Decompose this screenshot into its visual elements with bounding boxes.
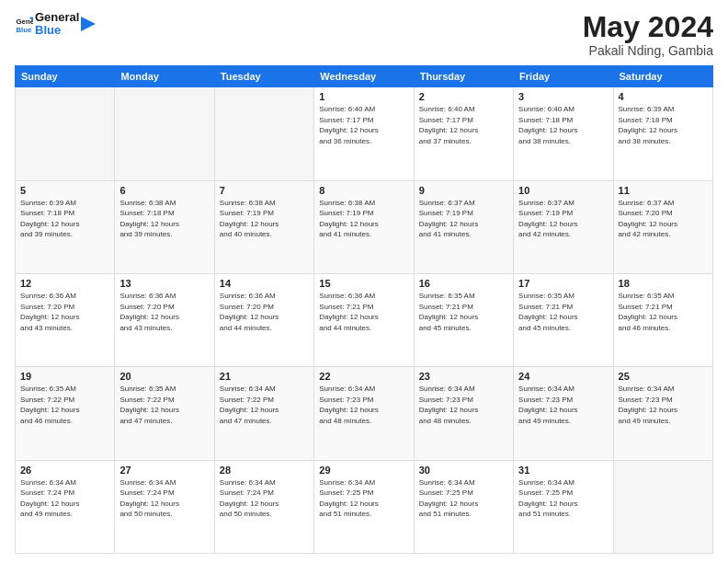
page: General Blue General Blue May 2024 Pakal… [0,0,728,563]
day-info: Sunrise: 6:40 AM Sunset: 7:18 PM Dayligh… [518,104,608,146]
day-info: Sunrise: 6:38 AM Sunset: 7:19 PM Dayligh… [220,198,309,240]
calendar-cell: 26Sunrise: 6:34 AM Sunset: 7:24 PM Dayli… [16,460,115,553]
day-number: 21 [220,371,309,382]
calendar-cell: 29Sunrise: 6:34 AM Sunset: 7:25 PM Dayli… [314,460,414,553]
calendar-week-2: 5Sunrise: 6:39 AM Sunset: 7:18 PM Daylig… [16,180,713,273]
day-info: Sunrise: 6:36 AM Sunset: 7:21 PM Dayligh… [319,291,408,333]
calendar-cell: 2Sunrise: 6:40 AM Sunset: 7:17 PM Daylig… [414,87,513,180]
calendar-cell [613,460,712,553]
calendar-cell: 14Sunrise: 6:36 AM Sunset: 7:20 PM Dayli… [214,273,313,366]
day-number: 14 [220,278,309,289]
calendar-cell: 9Sunrise: 6:37 AM Sunset: 7:19 PM Daylig… [414,180,513,273]
calendar-week-3: 12Sunrise: 6:36 AM Sunset: 7:20 PM Dayli… [16,273,713,366]
day-number: 2 [419,91,508,102]
day-info: Sunrise: 6:34 AM Sunset: 7:24 PM Dayligh… [20,477,109,520]
calendar-cell: 3Sunrise: 6:40 AM Sunset: 7:18 PM Daylig… [514,87,613,180]
weekday-header-row: SundayMondayTuesdayWednesdayThursdayFrid… [16,66,713,87]
day-number: 18 [619,278,708,289]
day-info: Sunrise: 6:34 AM Sunset: 7:25 PM Dayligh… [419,477,508,520]
day-number: 15 [319,278,408,289]
calendar-cell: 15Sunrise: 6:36 AM Sunset: 7:21 PM Dayli… [314,273,414,366]
weekday-header-sunday: Sunday [16,66,115,87]
logo-text-general: General [35,11,79,24]
day-number: 27 [119,465,209,476]
calendar-cell: 5Sunrise: 6:39 AM Sunset: 7:18 PM Daylig… [16,180,115,273]
day-number: 31 [518,465,608,476]
calendar-table: SundayMondayTuesdayWednesdayThursdayFrid… [15,65,713,554]
calendar-cell: 20Sunrise: 6:35 AM Sunset: 7:22 PM Dayli… [115,367,214,460]
calendar-week-4: 19Sunrise: 6:35 AM Sunset: 7:22 PM Dayli… [16,367,713,460]
calendar-cell: 31Sunrise: 6:34 AM Sunset: 7:25 PM Dayli… [514,460,613,553]
day-number: 7 [220,185,309,196]
calendar-cell: 10Sunrise: 6:37 AM Sunset: 7:19 PM Dayli… [514,180,613,273]
day-number: 9 [419,185,508,196]
calendar-cell: 6Sunrise: 6:38 AM Sunset: 7:18 PM Daylig… [115,180,214,273]
weekday-header-friday: Friday [514,66,613,87]
calendar-cell: 19Sunrise: 6:35 AM Sunset: 7:22 PM Dayli… [16,367,115,460]
day-info: Sunrise: 6:36 AM Sunset: 7:20 PM Dayligh… [20,291,109,333]
day-number: 3 [518,91,608,102]
calendar-week-5: 26Sunrise: 6:34 AM Sunset: 7:24 PM Dayli… [16,460,713,553]
weekday-header-monday: Monday [115,66,214,87]
svg-marker-3 [81,17,96,31]
calendar-cell: 12Sunrise: 6:36 AM Sunset: 7:20 PM Dayli… [16,273,115,366]
day-number: 30 [419,465,508,476]
title-block: May 2024 Pakali Nding, Gambia [583,11,713,58]
day-info: Sunrise: 6:35 AM Sunset: 7:21 PM Dayligh… [518,291,608,333]
day-number: 26 [20,465,109,476]
day-info: Sunrise: 6:34 AM Sunset: 7:25 PM Dayligh… [319,477,408,520]
day-info: Sunrise: 6:39 AM Sunset: 7:18 PM Dayligh… [20,198,109,240]
day-info: Sunrise: 6:40 AM Sunset: 7:17 PM Dayligh… [419,104,508,146]
calendar-cell: 30Sunrise: 6:34 AM Sunset: 7:25 PM Dayli… [414,460,513,553]
calendar-cell: 17Sunrise: 6:35 AM Sunset: 7:21 PM Dayli… [514,273,613,366]
calendar-cell: 28Sunrise: 6:34 AM Sunset: 7:24 PM Dayli… [214,460,313,553]
calendar-cell: 21Sunrise: 6:34 AM Sunset: 7:22 PM Dayli… [214,367,313,460]
weekday-header-wednesday: Wednesday [314,66,414,87]
calendar-cell: 7Sunrise: 6:38 AM Sunset: 7:19 PM Daylig… [214,180,313,273]
logo-arrow-icon [81,17,96,31]
day-info: Sunrise: 6:34 AM Sunset: 7:25 PM Dayligh… [518,477,608,520]
day-info: Sunrise: 6:38 AM Sunset: 7:18 PM Dayligh… [119,198,209,240]
calendar-cell: 11Sunrise: 6:37 AM Sunset: 7:20 PM Dayli… [613,180,712,273]
calendar-cell: 18Sunrise: 6:35 AM Sunset: 7:21 PM Dayli… [613,273,712,366]
day-info: Sunrise: 6:36 AM Sunset: 7:20 PM Dayligh… [220,291,309,333]
calendar-cell [16,87,115,180]
day-info: Sunrise: 6:34 AM Sunset: 7:23 PM Dayligh… [319,384,408,426]
calendar-cell: 4Sunrise: 6:39 AM Sunset: 7:18 PM Daylig… [613,87,712,180]
day-info: Sunrise: 6:35 AM Sunset: 7:22 PM Dayligh… [20,384,109,426]
day-number: 20 [119,371,209,382]
day-info: Sunrise: 6:34 AM Sunset: 7:24 PM Dayligh… [119,477,209,520]
calendar-cell: 16Sunrise: 6:35 AM Sunset: 7:21 PM Dayli… [414,273,513,366]
day-info: Sunrise: 6:34 AM Sunset: 7:23 PM Dayligh… [419,384,508,426]
logo-icon: General Blue [15,15,33,33]
day-info: Sunrise: 6:36 AM Sunset: 7:20 PM Dayligh… [119,291,209,333]
day-number: 4 [619,91,708,102]
calendar-cell [115,87,214,180]
main-title: May 2024 [583,11,713,43]
calendar-cell: 23Sunrise: 6:34 AM Sunset: 7:23 PM Dayli… [414,367,513,460]
day-number: 22 [319,371,408,382]
subtitle: Pakali Nding, Gambia [583,43,713,58]
day-info: Sunrise: 6:37 AM Sunset: 7:19 PM Dayligh… [518,198,608,240]
day-info: Sunrise: 6:34 AM Sunset: 7:22 PM Dayligh… [220,384,309,426]
day-number: 1 [319,91,408,102]
day-number: 23 [419,371,508,382]
day-info: Sunrise: 6:35 AM Sunset: 7:21 PM Dayligh… [419,291,508,333]
day-number: 17 [518,278,608,289]
day-number: 12 [20,278,109,289]
weekday-header-tuesday: Tuesday [214,66,313,87]
logo: General Blue General Blue [15,11,96,38]
day-info: Sunrise: 6:34 AM Sunset: 7:24 PM Dayligh… [220,477,309,520]
day-number: 28 [220,465,309,476]
weekday-header-thursday: Thursday [414,66,513,87]
day-number: 5 [20,185,109,196]
day-info: Sunrise: 6:34 AM Sunset: 7:23 PM Dayligh… [619,384,708,426]
calendar-cell: 24Sunrise: 6:34 AM Sunset: 7:23 PM Dayli… [514,367,613,460]
header: General Blue General Blue May 2024 Pakal… [15,11,713,58]
day-number: 10 [518,185,608,196]
day-info: Sunrise: 6:39 AM Sunset: 7:18 PM Dayligh… [619,104,708,146]
day-number: 24 [518,371,608,382]
day-info: Sunrise: 6:35 AM Sunset: 7:21 PM Dayligh… [619,291,708,333]
weekday-header-saturday: Saturday [613,66,712,87]
svg-text:Blue: Blue [16,26,32,33]
